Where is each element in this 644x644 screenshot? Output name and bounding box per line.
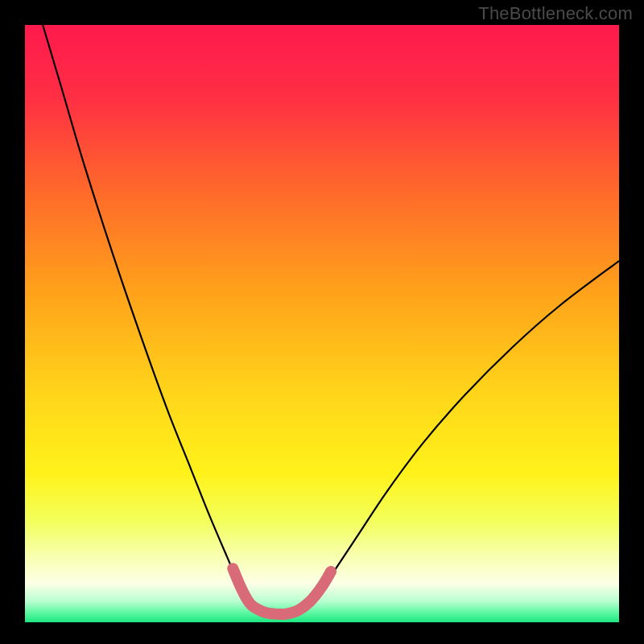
- bottleneck-chart: [0, 0, 644, 644]
- plot-background: [25, 25, 619, 622]
